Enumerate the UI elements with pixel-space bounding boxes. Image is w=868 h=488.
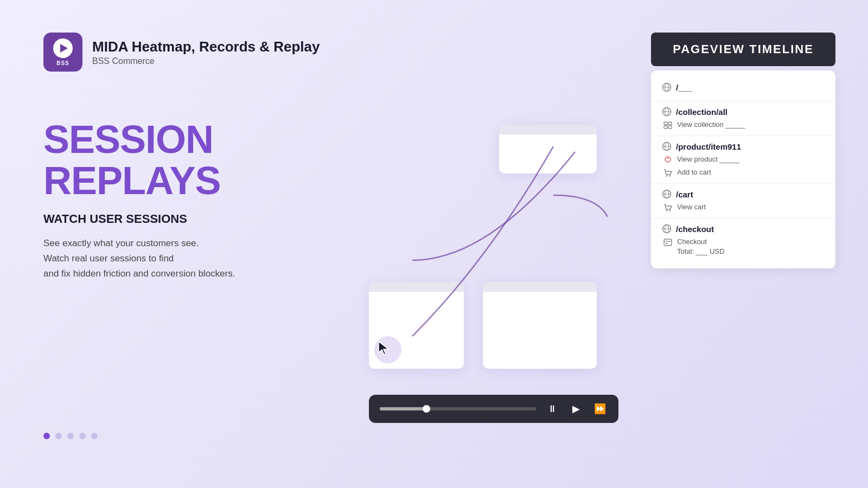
timeline-section-cart: /cart View cart (651, 184, 835, 219)
url-collection: /collection/all (676, 107, 727, 117)
app-logo: BSS (43, 33, 82, 72)
action-text-view-cart: View cart (677, 202, 706, 212)
dot-2[interactable] (55, 433, 62, 439)
pagination-dots (43, 433, 98, 439)
progress-fill (380, 407, 426, 410)
url-row-checkout: /checkout (662, 224, 825, 234)
header-text: MIDA Heatmap, Records & Replay BSS Comme… (92, 38, 320, 66)
svg-rect-8 (664, 126, 667, 129)
url-row-root: /___ (662, 82, 825, 92)
url-product: /product/item911 (676, 142, 741, 151)
globe-icon-checkout (662, 224, 672, 234)
main-content: SESSION REPLAYS WATCH USER SESSIONS See … (43, 119, 347, 281)
action-add-to-cart: Add to cart (663, 168, 825, 178)
action-view-cart: View cart (663, 202, 825, 213)
globe-icon-product (662, 142, 672, 151)
svg-rect-24 (664, 239, 672, 246)
timeline-panel: PAGEVIEW TIMELINE /___ /collect (651, 33, 835, 268)
visualization-area (369, 108, 608, 380)
pause-button[interactable]: ⏸ (545, 401, 560, 416)
desc-line3: and fix hidden friction and conversion b… (43, 268, 235, 279)
svg-rect-26 (666, 243, 668, 244)
dot-1[interactable] (43, 433, 50, 439)
dot-5[interactable] (91, 433, 98, 439)
globe-icon-cart (662, 189, 672, 199)
progress-thumb[interactable] (423, 405, 430, 413)
svg-rect-6 (664, 122, 667, 125)
action-text-checkout: CheckoutTotal: ___ USD (677, 237, 724, 256)
dot-4[interactable] (79, 433, 86, 439)
timeline-section-collection: /collection/all View collection _____ (651, 101, 835, 136)
url-root: /___ (676, 83, 692, 92)
globe-icon-collection (662, 107, 672, 117)
collection-icon (663, 120, 673, 130)
video-player-bar: ⏸ ▶ ⏩ (369, 395, 618, 423)
action-text-view-collection: View collection _____ (677, 120, 745, 130)
svg-point-14 (666, 175, 668, 177)
svg-rect-9 (668, 126, 672, 129)
app-header: BSS MIDA Heatmap, Records & Replay BSS C… (43, 33, 320, 72)
logo-play-icon (53, 38, 73, 58)
url-row-collection: /collection/all (662, 107, 825, 117)
svg-point-20 (669, 210, 671, 211)
action-view-product: View product _____ (663, 155, 825, 165)
hero-title: SESSION REPLAYS (43, 119, 347, 201)
action-text-view-product: View product _____ (677, 155, 739, 164)
timeline-section-product: /product/item911 View product _____ Add … (651, 136, 835, 184)
dot-3[interactable] (67, 433, 74, 439)
progress-track[interactable] (380, 407, 536, 410)
action-checkout: CheckoutTotal: ___ USD (663, 237, 825, 256)
logo-badge: BSS (56, 60, 69, 66)
url-row-cart: /cart (662, 189, 825, 199)
url-row-product: /product/item911 (662, 142, 825, 151)
app-name: MIDA Heatmap, Records & Replay (92, 38, 320, 55)
action-text-add-cart: Add to cart (677, 168, 711, 177)
hero-description: See exactly what your customers see. Wat… (43, 236, 347, 281)
company-name: BSS Commerce (92, 56, 320, 66)
svg-point-19 (666, 210, 668, 211)
url-checkout: /checkout (676, 224, 714, 234)
svg-point-15 (669, 175, 671, 177)
checkout-icon (663, 237, 673, 247)
timeline-header: PAGEVIEW TIMELINE (651, 33, 835, 66)
desc-line1: See exactly what your customers see. (43, 238, 199, 248)
product-icon (663, 155, 673, 165)
hero-subtitle: WATCH USER SESSIONS (43, 212, 347, 226)
globe-icon-root (662, 82, 672, 92)
svg-rect-7 (668, 122, 672, 125)
cart-icon (663, 203, 673, 213)
forward-button[interactable]: ⏩ (592, 401, 608, 416)
path-lines-svg (369, 108, 608, 380)
timeline-section-checkout: /checkout CheckoutTotal: ___ USD (651, 219, 835, 262)
add-cart-icon (663, 168, 673, 178)
url-cart: /cart (676, 190, 693, 199)
timeline-list: /___ /collection/all View c (651, 70, 835, 268)
play-button[interactable]: ▶ (569, 401, 584, 416)
action-view-collection: View collection _____ (663, 120, 825, 130)
timeline-section-root: /___ (651, 77, 835, 101)
desc-line2: Watch real user sessions to find (43, 253, 174, 264)
